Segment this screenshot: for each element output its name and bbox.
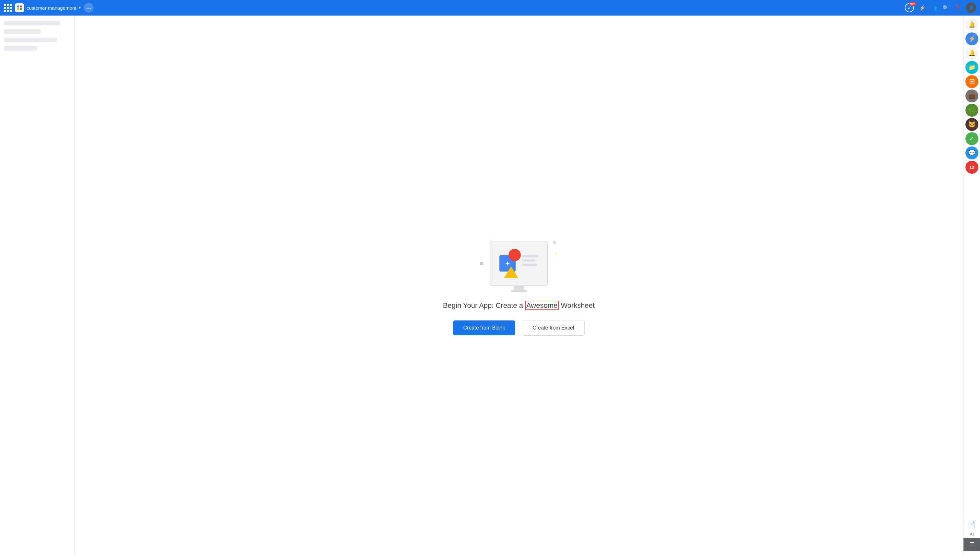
check-status-icon[interactable]: ✓ 99+ [905,3,914,12]
create-from-blank-button[interactable]: Create from Blank [453,320,516,335]
grid-panel-icon[interactable]: ⊞ [965,75,978,88]
app-grid-icon[interactable] [4,4,12,12]
monitor-content: + [500,249,538,278]
help-nav-icon[interactable]: ❓ [954,5,961,11]
user-avatar[interactable]: 👤 [966,3,976,13]
create-from-excel-button[interactable]: Create from Excel [522,320,585,336]
people-nav-icon[interactable]: 👥 [931,5,937,11]
svg-rect-1 [20,5,22,8]
top-navigation: customer management ▾ ··· ✓ 99+ ⚡ 👥 🔍 ❓ … [0,0,980,16]
more-options-button[interactable]: ··· [84,3,94,13]
sidebar-skeleton-3 [4,37,57,42]
brand-name: customer management [27,5,76,11]
sidebar-skeleton-4 [4,46,37,50]
headline-before: Begin Your App: Create a [443,301,525,309]
right-panel: 🔔 ⚡ 🔔 📁 ⊞ 💼 🌿 🐱 ✓ 💬 13 📄 AI ☰ [963,16,980,556]
menu-panel-icon[interactable]: ☰ [964,538,980,551]
right-panel-bottom: 📄 AI ☰ [964,519,980,553]
dot-right [555,252,558,255]
bell-panel-icon[interactable]: 🔔 [965,18,978,31]
line-3 [522,264,537,266]
svg-rect-3 [20,8,22,10]
red-circle-shape [508,249,521,261]
notification-badge: 99+ [909,2,917,6]
lightning-panel-icon[interactable]: ⚡ [965,32,978,45]
monitor-stand [514,286,524,292]
dot-left [480,262,483,265]
svg-rect-0 [17,5,19,8]
dot-top-right [553,241,556,244]
line-2 [522,260,535,262]
line-1 [522,255,538,257]
bag-panel-icon[interactable]: 💼 [965,89,978,102]
monitor-illustration: + [490,241,548,286]
brand-logo[interactable]: customer management ▾ [15,3,81,12]
svg-rect-2 [17,8,19,10]
chat-panel-icon[interactable]: 💬 [965,147,978,159]
nature-panel-icon[interactable]: 🌿 [965,104,978,116]
sidebar-skeleton-1 [4,21,60,25]
ai-panel-icon[interactable]: AI [970,532,974,537]
sidebar-skeleton-2 [4,29,40,34]
lines-area [522,255,538,266]
headline-highlighted: Awesome [525,301,559,310]
illustration: + [487,236,551,291]
page-layout: + Begin Your App: Create a Awesome Works… [0,16,980,556]
folder-panel-icon[interactable]: 📁 [965,61,978,74]
headline-after: Worksheet [559,301,595,309]
cat-panel-icon[interactable]: 🐱 [965,118,978,131]
action-buttons: Create from Blank Create from Excel [453,320,585,336]
calendar-panel-icon[interactable]: 13 [965,161,978,174]
notification-panel-icon[interactable]: 🔔 [965,47,978,60]
check-panel-icon[interactable]: ✓ [965,132,978,145]
brand-icon [15,3,24,12]
search-nav-icon[interactable]: 🔍 [943,5,949,11]
headline-text: Begin Your App: Create a Awesome Workshe… [443,301,595,310]
main-content: + Begin Your App: Create a Awesome Works… [74,16,963,556]
document-panel-icon[interactable]: 📄 [966,519,978,530]
brand-chevron-icon: ▾ [79,5,81,10]
lightning-nav-icon[interactable]: ⚡ [919,5,925,11]
yellow-triangle-shape [504,266,518,278]
left-sidebar [0,16,74,556]
